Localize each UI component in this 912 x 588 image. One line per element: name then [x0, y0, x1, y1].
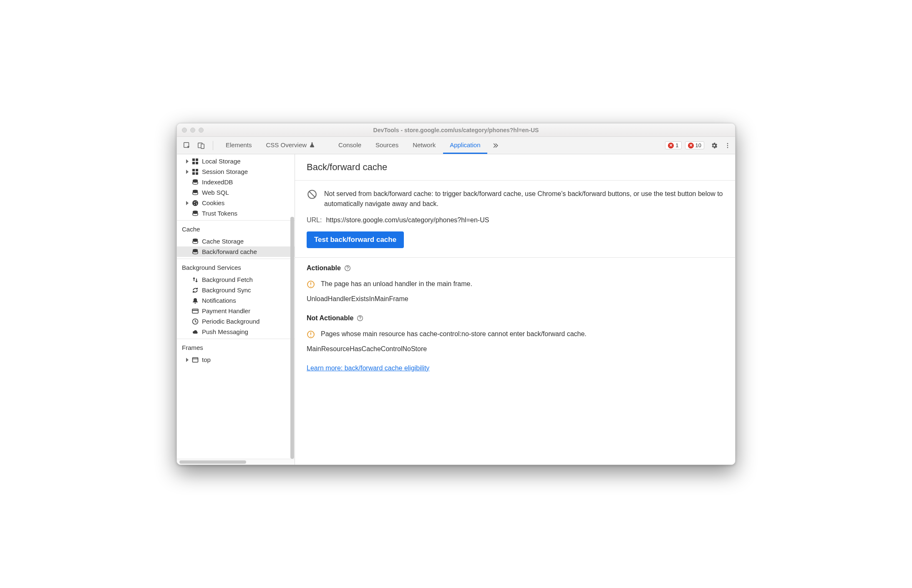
sidebar-item-bfcache[interactable]: Back/forward cache	[177, 246, 295, 257]
inspect-element-icon[interactable]	[182, 141, 192, 151]
tabs-bar: Elements CSS Overview Console Sources Ne…	[177, 137, 735, 154]
window-controls	[182, 128, 204, 133]
minimize-window-button[interactable]	[190, 128, 195, 133]
db-icon	[192, 210, 199, 217]
scrollbar-vertical[interactable]	[290, 217, 294, 459]
divider	[213, 141, 213, 150]
help-icon[interactable]	[344, 265, 351, 271]
tab-network[interactable]: Network	[406, 137, 442, 154]
help-icon[interactable]	[357, 315, 363, 322]
bell-icon	[192, 297, 199, 304]
svg-point-35	[310, 336, 311, 337]
sidebar-item-payment-handler[interactable]: Payment Handler	[177, 306, 295, 316]
sidebar-item-periodic-background[interactable]: Periodic Background	[177, 316, 295, 327]
sidebar-item-cache-storage[interactable]: Cache Storage	[177, 236, 295, 246]
not-actionable-heading: Not Actionable	[307, 314, 353, 322]
sidebar-item-label: Background Fetch	[202, 276, 253, 283]
learn-more-link[interactable]: Learn more: back/forward cache eligibili…	[307, 364, 429, 372]
sidebar-item-label: IndexedDB	[202, 178, 233, 186]
sidebar-item-indexeddb[interactable]: IndexedDB	[177, 177, 295, 187]
tab-elements[interactable]: Elements	[219, 137, 259, 154]
experiment-icon	[309, 142, 315, 148]
sidebar-item-background-sync[interactable]: Background Sync	[177, 285, 295, 295]
prohibit-icon	[307, 189, 317, 200]
error-icon: ✕	[688, 143, 694, 148]
sidebar-item-push-messaging[interactable]: Push Messaging	[177, 327, 295, 337]
sidebar-item-session-storage[interactable]: Session Storage	[177, 166, 295, 177]
svg-point-33	[360, 319, 360, 320]
svg-point-17	[194, 201, 195, 202]
tab-css-overview[interactable]: CSS Overview	[259, 137, 322, 154]
not-served-message: Not served from back/forward cache: to t…	[324, 189, 723, 209]
cookie-icon	[192, 200, 199, 206]
svg-rect-11	[196, 169, 198, 171]
svg-rect-12	[192, 172, 195, 175]
sidebar-item-label: Periodic Background	[202, 318, 259, 325]
tab-console[interactable]: Console	[332, 137, 368, 154]
sidebar-item-top-frame[interactable]: top	[177, 354, 295, 365]
sidebar-item-label: Payment Handler	[202, 307, 250, 314]
page-title: Back/forward cache	[295, 154, 735, 180]
devtools-window: DevTools - store.google.com/us/category/…	[176, 123, 736, 465]
url-value: https://store.google.com/us/category/pho…	[326, 216, 489, 224]
svg-rect-10	[192, 169, 195, 171]
error-count: 1	[675, 142, 678, 148]
svg-rect-6	[192, 158, 195, 161]
sidebar-item-label: Local Storage	[202, 158, 241, 165]
svg-point-29	[347, 269, 348, 270]
svg-point-4	[727, 145, 728, 146]
titlebar: DevTools - store.google.com/us/category/…	[177, 123, 735, 137]
sidebar-item-label: Web SQL	[202, 189, 229, 196]
sidebar-item-label: Back/forward cache	[202, 248, 257, 255]
sidebar-group-background: Background Services	[177, 261, 295, 274]
kebab-menu-icon[interactable]	[723, 141, 733, 151]
zoom-window-button[interactable]	[199, 128, 204, 133]
settings-icon[interactable]	[709, 141, 719, 151]
sidebar-item-label: Notifications	[202, 297, 236, 304]
db-icon	[192, 249, 199, 255]
sidebar-item-label: Background Sync	[202, 286, 251, 294]
sidebar-item-websql[interactable]: Web SQL	[177, 187, 295, 198]
console-issues-badge[interactable]: ✕ 10	[685, 141, 704, 149]
sidebar-item-label: Cache Storage	[202, 238, 244, 245]
card-icon	[192, 308, 199, 314]
close-window-button[interactable]	[182, 128, 187, 133]
warning-icon	[307, 280, 315, 289]
db-icon	[192, 179, 199, 186]
tab-sources[interactable]: Sources	[369, 137, 405, 154]
sidebar-item-label: Push Messaging	[202, 328, 248, 335]
issues-count: 10	[695, 142, 701, 148]
svg-point-20	[194, 204, 195, 205]
expand-icon	[186, 358, 189, 362]
updown-icon	[192, 276, 199, 283]
sidebar-item-notifications[interactable]: Notifications	[177, 295, 295, 306]
svg-point-31	[310, 286, 311, 287]
svg-point-3	[727, 143, 728, 144]
more-tabs-icon[interactable]	[491, 141, 501, 151]
expand-icon	[186, 201, 189, 205]
svg-point-16	[192, 200, 198, 206]
device-toolbar-icon[interactable]	[196, 141, 206, 151]
expand-icon	[186, 170, 189, 174]
actionable-issue-text: The page has an unload handler in the ma…	[321, 280, 472, 288]
sidebar-item-label: Trust Tokens	[202, 210, 237, 217]
scrollbar-horizontal[interactable]	[177, 459, 295, 465]
svg-point-18	[196, 201, 197, 202]
not-actionable-issue-text: Pages whose main resource has cache-cont…	[321, 330, 587, 338]
svg-point-5	[727, 147, 728, 148]
window-title: DevTools - store.google.com/us/category/…	[177, 127, 735, 133]
not-actionable-issue-code: MainResourceHasCacheControlNoStore	[295, 339, 735, 353]
sidebar-item-label: top	[202, 356, 211, 363]
frame-icon	[192, 357, 199, 363]
sidebar-item-background-fetch[interactable]: Background Fetch	[177, 274, 295, 285]
console-errors-badge[interactable]: ✕ 1	[665, 141, 681, 149]
svg-rect-24	[192, 309, 198, 313]
db-icon	[192, 238, 199, 245]
svg-rect-2	[201, 144, 204, 148]
test-bfcache-button[interactable]: Test back/forward cache	[307, 231, 404, 248]
sidebar-item-local-storage[interactable]: Local Storage	[177, 156, 295, 166]
sidebar-item-trust-tokens[interactable]: Trust Tokens	[177, 208, 295, 219]
sidebar-item-label: Cookies	[202, 199, 224, 206]
tab-application[interactable]: Application	[443, 137, 487, 154]
sidebar-item-cookies[interactable]: Cookies	[177, 198, 295, 208]
